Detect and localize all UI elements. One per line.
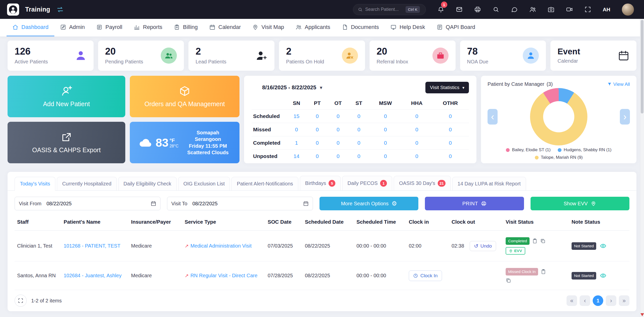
note-edit-icon[interactable] (532, 238, 538, 244)
scrollbar-thumb[interactable] (641, 20, 643, 113)
visit-stat-count[interactable]: 0 (349, 110, 369, 123)
case-manager-donut[interactable] (530, 88, 587, 145)
oasis-cahps-export-button[interactable]: OASIS & CAHPS Export (8, 122, 125, 163)
service-type-link[interactable]: RN Regular Visit - Direct Care (190, 273, 257, 278)
visit-stat-count[interactable]: 15 (286, 110, 307, 123)
nav-documents[interactable]: Documents (336, 19, 385, 36)
visit-stat-count[interactable]: 0 (402, 123, 432, 136)
visit-stat-count[interactable]: 0 (307, 110, 327, 123)
calendar-icon[interactable] (151, 201, 156, 206)
carousel-prev-button[interactable]: ‹ (488, 109, 498, 125)
date-range-selector[interactable]: 8/16/2025 - 8/22/2025 ▾ (252, 84, 322, 91)
notifications-button[interactable]: 1 (437, 6, 444, 13)
nav-calendar[interactable]: Calendar (204, 19, 247, 36)
visit-to-value[interactable]: 08/22/2025 (192, 201, 298, 207)
add-new-patient-button[interactable]: Add New Patient (8, 76, 125, 117)
view-all-link[interactable]: View All (607, 82, 630, 87)
visit-statistics-dropdown[interactable]: Visit Statistics ▾ (425, 82, 469, 93)
tab-daily-eligibility-check[interactable]: Daily Eligibility Check (118, 177, 177, 191)
visit-stat-count[interactable]: 0 (432, 136, 469, 150)
calendar-icon[interactable] (303, 201, 309, 206)
visit-stat-count[interactable]: 0 (369, 150, 402, 163)
visit-stat-count[interactable]: 0 (307, 136, 327, 150)
users-button[interactable] (529, 6, 536, 13)
more-search-options-button[interactable]: More Search Options ⚙ (319, 197, 418, 210)
visit-stat-count[interactable]: 0 (402, 150, 432, 163)
stat-lead-patients[interactable]: 2Lead Patients (188, 41, 274, 71)
prev-page-button[interactable]: ‹ (580, 295, 590, 306)
visit-stat-count[interactable]: 0 (349, 136, 369, 150)
mail-button[interactable] (456, 6, 463, 13)
visit-stat-count[interactable]: 0 (369, 110, 402, 123)
stat-active-patients[interactable]: 126Active Patients (8, 41, 94, 71)
stat-pending-patients[interactable]: 20Pending Patients (98, 41, 184, 71)
visit-from-value[interactable]: 08/22/2025 (47, 201, 146, 207)
expand-table-button[interactable] (15, 295, 27, 307)
visit-from-field[interactable]: Visit From 08/22/2025 (15, 197, 160, 210)
visit-stat-count[interactable]: 0 (327, 136, 349, 150)
visit-stat-count[interactable]: 0 (327, 110, 349, 123)
video-button[interactable] (566, 6, 573, 13)
patient-link[interactable]: 102684 - Juantest, Ashley (64, 273, 122, 278)
stat-referral-inbox[interactable]: 20Referral Inbox (370, 41, 456, 71)
view-note-icon[interactable] (600, 243, 607, 249)
visit-stat-count[interactable]: 0 (286, 123, 307, 136)
copy-icon[interactable] (506, 278, 511, 283)
nav-applicants[interactable]: Applicants (290, 19, 336, 36)
nav-visit-map[interactable]: Visit Map (247, 19, 290, 36)
first-page-button[interactable]: « (567, 295, 577, 306)
service-type-link[interactable]: Medical Administration Visit (190, 243, 252, 249)
print-button[interactable]: PRINT (425, 197, 524, 210)
evv-badge[interactable]: EVV (506, 247, 525, 255)
last-page-button[interactable]: » (619, 295, 629, 306)
carousel-next-button[interactable]: › (620, 109, 630, 125)
undo-button[interactable]: ↺ Undo (470, 241, 496, 251)
tab-patient-alert-notifications[interactable]: Patient Alert-Notifications (231, 177, 298, 191)
visit-stat-count[interactable]: 0 (369, 136, 402, 150)
stat-event-calendar[interactable]: EventCalendar (550, 41, 636, 71)
visit-stat-count[interactable]: 0 (432, 123, 469, 136)
visit-stat-count[interactable]: 0 (432, 150, 469, 163)
visit-stat-count[interactable]: 0 (327, 150, 349, 163)
nav-reports[interactable]: Reports (128, 19, 168, 36)
view-note-icon[interactable] (600, 272, 607, 279)
nav-admin[interactable]: Admin (54, 19, 91, 36)
patient-search-input[interactable] (365, 7, 403, 12)
visit-stat-count[interactable]: 0 (349, 123, 369, 136)
show-evv-button[interactable]: Show EVV (531, 197, 629, 210)
camera-button[interactable] (548, 6, 554, 13)
switch-agency-icon[interactable] (56, 6, 64, 13)
app-logo[interactable] (7, 4, 19, 16)
stat-patients-on-hold[interactable]: 2Patients On Hold (279, 41, 365, 71)
visit-stat-count[interactable]: 0 (349, 150, 369, 163)
global-search-button[interactable] (493, 6, 499, 13)
tab-birthdays[interactable]: Birthdays5 (300, 176, 341, 191)
copy-icon[interactable] (540, 238, 546, 244)
note-edit-icon[interactable] (541, 269, 546, 274)
orders-qa-management-button[interactable]: Orders and QA Management (130, 76, 239, 117)
page-scrollbar[interactable] (640, 19, 644, 317)
visit-stat-count[interactable]: 0 (327, 123, 349, 136)
tab-oasis-30-day-s[interactable]: OASIS 30 Day's21 (394, 176, 451, 191)
tab-daily-pecos[interactable]: Daily PECOS1 (342, 176, 392, 191)
print-button[interactable] (474, 6, 481, 13)
clock-in-button[interactable]: Clock In (409, 270, 442, 281)
page-1-button[interactable]: 1 (593, 295, 603, 306)
tab-oig-exclusion-list[interactable]: OIG Exclusion List (178, 177, 230, 191)
visit-stat-count[interactable]: 0 (307, 150, 327, 163)
patient-search[interactable]: Ctrl K (353, 4, 426, 15)
visit-stat-count[interactable]: 1 (286, 136, 307, 150)
visit-stat-count[interactable]: 14 (286, 150, 307, 163)
nav-qapi-board[interactable]: QAPI Board (431, 19, 481, 36)
visit-stat-count[interactable]: 0 (402, 110, 432, 123)
tab-currently-hospitalized[interactable]: Currently Hospitalized (57, 177, 117, 191)
visit-stat-count[interactable]: 0 (307, 123, 327, 136)
nav-dashboard[interactable]: Dashboard (7, 19, 54, 36)
visit-stat-count[interactable]: 0 (402, 136, 432, 150)
visit-stat-count[interactable]: 0 (432, 110, 469, 123)
stat-noa-due[interactable]: 78NOA Due (460, 41, 546, 71)
fullscreen-button[interactable] (584, 6, 591, 13)
next-page-button[interactable]: › (606, 295, 616, 306)
tab-14-day-lupa-at-risk-report[interactable]: 14 Day LUPA at Risk Report (452, 177, 526, 191)
visit-to-field[interactable]: Visit To 08/22/2025 (167, 197, 313, 210)
